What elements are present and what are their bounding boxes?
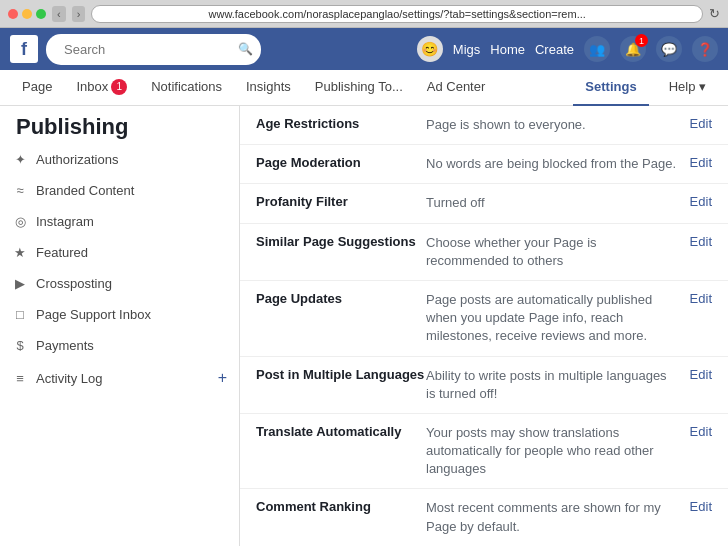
page-moderation-edit[interactable]: Edit: [690, 155, 712, 170]
sidebar-item-payments[interactable]: $ Payments: [0, 330, 239, 361]
page-updates-value: Page posts are automatically published w…: [426, 291, 680, 346]
multiple-languages-value: Ability to write posts in multiple langu…: [426, 367, 680, 403]
friends-icon-btn[interactable]: 👥: [584, 36, 610, 62]
topnav-right: 😊 Migs Home Create 👥 🔔 1 💬 ❓: [417, 36, 718, 62]
browser-chrome: ‹ › www.facebook.com/norasplacepanglao/s…: [0, 0, 728, 28]
settings-row-profanity: Profanity Filter Turned off Edit: [240, 184, 728, 223]
forward-button[interactable]: ›: [72, 6, 86, 22]
sidebar-item-instagram[interactable]: ◎ Instagram: [0, 206, 239, 237]
page-nav-inbox[interactable]: Inbox 1: [64, 70, 139, 106]
settings-row-age-restrictions: Age Restrictions Page is shown to everyo…: [240, 106, 728, 145]
sidebar-item-featured[interactable]: ★ Featured: [0, 237, 239, 268]
messages-icon-btn[interactable]: 💬: [656, 36, 682, 62]
facebook-topnav: f 🔍 😊 Migs Home Create 👥 🔔 1 💬 ❓: [0, 28, 728, 70]
sidebar: Publishing ✦ Authorizations ≈ Branded Co…: [0, 106, 240, 546]
sidebar-label-authorizations: Authorizations: [36, 152, 118, 167]
publishing-section-label: Publishing: [0, 106, 239, 144]
profanity-value: Turned off: [426, 194, 680, 212]
profanity-edit[interactable]: Edit: [690, 194, 712, 209]
maximize-window-btn[interactable]: [36, 9, 46, 19]
page-nav-page[interactable]: Page: [10, 70, 64, 106]
sidebar-label-instagram: Instagram: [36, 214, 94, 229]
page-moderation-label: Page Moderation: [256, 155, 426, 170]
age-restrictions-value: Page is shown to everyone.: [426, 116, 680, 134]
page-nav-insights[interactable]: Insights: [234, 70, 303, 106]
multiple-languages-edit[interactable]: Edit: [690, 367, 712, 382]
search-input[interactable]: [54, 37, 234, 62]
profanity-label: Profanity Filter: [256, 194, 426, 209]
translate-label: Translate Automatically: [256, 424, 426, 439]
settings-row-multiple-languages: Post in Multiple Languages Ability to wr…: [240, 357, 728, 414]
page-updates-edit[interactable]: Edit: [690, 291, 712, 306]
settings-row-page-updates: Page Updates Page posts are automaticall…: [240, 281, 728, 357]
authorizations-icon: ✦: [12, 152, 28, 167]
page-nav-adcenter[interactable]: Ad Center: [415, 70, 498, 106]
sidebar-label-activity-log: Activity Log: [36, 371, 102, 386]
sidebar-item-activity-log[interactable]: ≡ Activity Log +: [0, 361, 239, 395]
home-link[interactable]: Home: [490, 42, 525, 57]
comment-ranking-edit[interactable]: Edit: [690, 499, 712, 514]
translate-edit[interactable]: Edit: [690, 424, 712, 439]
activity-log-add-btn[interactable]: +: [218, 369, 227, 387]
crossposting-icon: ▶: [12, 276, 28, 291]
payments-icon: $: [12, 338, 28, 353]
branded-content-icon: ≈: [12, 183, 28, 198]
sidebar-label-featured: Featured: [36, 245, 88, 260]
comment-ranking-label: Comment Ranking: [256, 499, 426, 514]
page-updates-label: Page Updates: [256, 291, 426, 306]
multiple-languages-label: Post in Multiple Languages: [256, 367, 426, 382]
page-nav: Page Inbox 1 Notifications Insights Publ…: [0, 70, 728, 106]
close-window-btn[interactable]: [8, 9, 18, 19]
browser-window-controls: [8, 9, 46, 19]
sidebar-item-authorizations[interactable]: ✦ Authorizations: [0, 144, 239, 175]
settings-row-comment-ranking: Comment Ranking Most recent comments are…: [240, 489, 728, 546]
main-content: Publishing ✦ Authorizations ≈ Branded Co…: [0, 106, 728, 546]
sidebar-label-payments: Payments: [36, 338, 94, 353]
age-restrictions-edit[interactable]: Edit: [690, 116, 712, 131]
page-nav-right: Settings Help ▾: [573, 70, 718, 106]
sidebar-item-branded-content[interactable]: ≈ Branded Content: [0, 175, 239, 206]
page-nav-help[interactable]: Help ▾: [657, 70, 718, 106]
settings-row-translate: Translate Automatically Your posts may s…: [240, 414, 728, 490]
search-icon: 🔍: [238, 42, 253, 56]
user-name: Migs: [453, 42, 480, 57]
sidebar-item-crossposting[interactable]: ▶ Crossposting: [0, 268, 239, 299]
back-button[interactable]: ‹: [52, 6, 66, 22]
settings-row-similar-pages: Similar Page Suggestions Choose whether …: [240, 224, 728, 281]
sidebar-label-branded-content: Branded Content: [36, 183, 134, 198]
create-link[interactable]: Create: [535, 42, 574, 57]
similar-pages-value: Choose whether your Page is recommended …: [426, 234, 680, 270]
comment-ranking-value: Most recent comments are shown for my Pa…: [426, 499, 680, 535]
help-icon-btn[interactable]: ❓: [692, 36, 718, 62]
sidebar-label-page-support: Page Support Inbox: [36, 307, 151, 322]
page-support-icon: □: [12, 307, 28, 322]
page-nav-settings[interactable]: Settings: [573, 70, 648, 106]
similar-pages-edit[interactable]: Edit: [690, 234, 712, 249]
url-bar[interactable]: www.facebook.com/norasplacepanglao/setti…: [91, 5, 703, 23]
instagram-icon: ◎: [12, 214, 28, 229]
page-nav-publishing[interactable]: Publishing To...: [303, 70, 415, 106]
minimize-window-btn[interactable]: [22, 9, 32, 19]
age-restrictions-label: Age Restrictions: [256, 116, 426, 131]
avatar[interactable]: 😊: [417, 36, 443, 62]
featured-icon: ★: [12, 245, 28, 260]
page-moderation-value: No words are being blocked from the Page…: [426, 155, 680, 173]
page-nav-notifications[interactable]: Notifications: [139, 70, 234, 106]
activity-log-icon: ≡: [12, 371, 28, 386]
translate-value: Your posts may show translations automat…: [426, 424, 680, 479]
sidebar-item-page-support[interactable]: □ Page Support Inbox: [0, 299, 239, 330]
sidebar-label-crossposting: Crossposting: [36, 276, 112, 291]
notifications-icon-btn[interactable]: 🔔 1: [620, 36, 646, 62]
facebook-logo: f: [10, 35, 38, 63]
notification-badge: 1: [635, 34, 648, 47]
similar-pages-label: Similar Page Suggestions: [256, 234, 426, 249]
inbox-badge: 1: [111, 79, 127, 95]
right-panel: Age Restrictions Page is shown to everyo…: [240, 106, 728, 546]
refresh-button[interactable]: ↻: [709, 6, 720, 21]
settings-row-page-moderation: Page Moderation No words are being block…: [240, 145, 728, 184]
